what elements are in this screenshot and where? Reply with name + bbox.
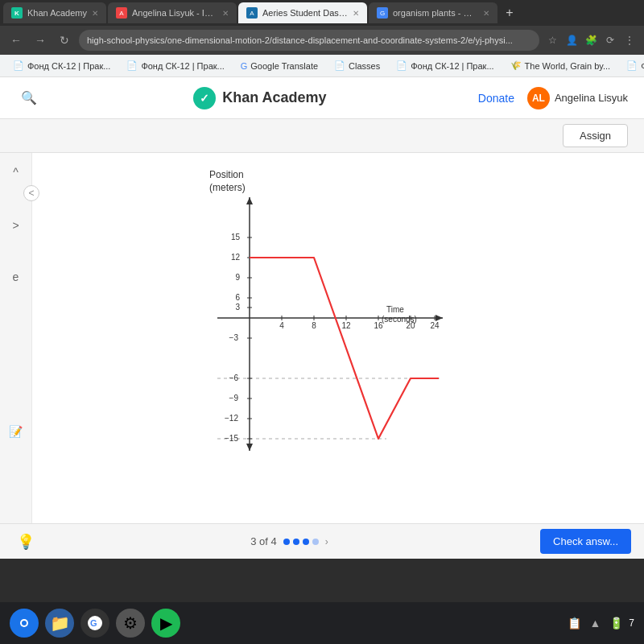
- graph-container: Position (meters): [193, 169, 483, 475]
- back-button[interactable]: ←: [6, 31, 26, 50]
- taskbar-battery-icon: 🔋: [608, 615, 624, 631]
- sidebar-note-icon[interactable]: 📝: [5, 420, 27, 443]
- content-panel: Position (meters): [32, 153, 644, 523]
- tab4-close[interactable]: ✕: [483, 9, 489, 18]
- extension-icon[interactable]: 🧩: [583, 32, 599, 48]
- expand-right-icon[interactable]: >: [5, 214, 27, 237]
- tab2-close[interactable]: ✕: [222, 9, 229, 18]
- lesson-area: ^ > e < 📝 Position (meters): [0, 153, 644, 523]
- tab-bar: K Khan Academy ✕ A Angelina Lisyuk - Imm…: [0, 0, 644, 26]
- progress-text: 3 of 4: [250, 535, 277, 547]
- svg-text:3: 3: [235, 303, 240, 312]
- dot-3: [303, 539, 309, 545]
- chrome-icon-svg: [16, 615, 32, 631]
- tab2-favicon: A: [116, 7, 127, 19]
- bookmark-7[interactable]: 📄 Фонд СК-12 | Прак...: [620, 59, 644, 72]
- svg-point-43: [22, 621, 27, 625]
- new-tab-button[interactable]: +: [499, 2, 520, 23]
- taskbar-chrome-icon[interactable]: [10, 609, 39, 638]
- ka-logo: ✓ Khan Academy: [193, 87, 326, 109]
- svg-text:24: 24: [430, 321, 440, 330]
- tab-1[interactable]: K Khan Academy ✕: [3, 2, 106, 23]
- taskbar-files-icon[interactable]: 📁: [45, 609, 74, 638]
- check-answer-button[interactable]: Check answ...: [540, 529, 631, 554]
- url-bar[interactable]: high-school-physics/one-dimensional-moti…: [79, 30, 539, 51]
- avatar-initials: AL: [532, 93, 545, 104]
- svg-text:−9: −9: [229, 394, 239, 402]
- bookmark4-label: Classes: [349, 61, 380, 71]
- dot-2: [293, 539, 299, 545]
- user-profile[interactable]: AL Angelina Lisyuk: [527, 87, 628, 109]
- graph-title-line2: (meters): [209, 182, 246, 193]
- graph-title-line1: Position: [209, 169, 244, 180]
- hint-icon[interactable]: 💡: [13, 529, 39, 555]
- nav-chevron-right[interactable]: ›: [325, 536, 328, 547]
- page-content: 🔍 ✓ Khan Academy Donate AL Angelina Lisy…: [0, 77, 644, 559]
- bookmark2-label: Фонд СК-12 | Прак...: [141, 61, 224, 71]
- bookmark-star-icon[interactable]: ☆: [544, 32, 560, 48]
- tab3-close[interactable]: ✕: [353, 9, 359, 18]
- tab1-favicon: K: [11, 7, 23, 19]
- sidebar-e-icon[interactable]: e: [5, 266, 27, 288]
- sync-icon[interactable]: ⟳: [602, 32, 618, 48]
- bookmark-5[interactable]: 📄 Фонд СК-12 | Прак...: [390, 59, 500, 72]
- svg-text:8: 8: [312, 321, 316, 330]
- svg-marker-26: [246, 444, 253, 451]
- bookmark-6[interactable]: 🌾 The World, Grain by...: [504, 59, 617, 72]
- taskbar-icons: 📁 G ⚙ ▶: [10, 609, 180, 638]
- tab3-label: Aeries Student Dashbo...: [262, 8, 348, 18]
- graph-svg: 15 12 9 6 3: [209, 193, 459, 467]
- taskbar-play-icon[interactable]: ▶: [151, 609, 180, 638]
- bottom-toolbar: 💡 3 of 4 › Check answ...: [0, 523, 644, 559]
- user-avatar: AL: [527, 87, 550, 109]
- taskbar-google-icon[interactable]: G: [80, 609, 109, 638]
- bookmark-1[interactable]: 📄 Фонд СК-12 | Прак...: [6, 59, 117, 72]
- assign-button[interactable]: Assign: [563, 124, 628, 147]
- tab-3[interactable]: A Aeries Student Dashbo... ✕: [238, 2, 367, 23]
- svg-text:12: 12: [231, 253, 241, 262]
- svg-text:9: 9: [235, 273, 240, 282]
- taskbar: 📁 G ⚙ ▶ 📋 ▲ 🔋 7: [0, 602, 644, 644]
- taskbar-files-right-icon: 📋: [566, 615, 582, 631]
- svg-marker-5: [436, 315, 443, 321]
- bookmark3-label: Google Translate: [250, 61, 318, 71]
- svg-text:−12: −12: [225, 414, 238, 423]
- progress-dots: [283, 539, 319, 545]
- tab-2[interactable]: A Angelina Lisyuk - Immi... ✕: [108, 2, 237, 23]
- menu-icon[interactable]: ⋮: [621, 32, 638, 48]
- graph-title: Position (meters): [209, 169, 246, 194]
- dot-4: [312, 539, 319, 545]
- bookmark1-favicon: 📄: [13, 60, 24, 71]
- search-icon[interactable]: 🔍: [16, 85, 42, 111]
- url-text: high-school-physics/one-dimensional-moti…: [87, 35, 513, 45]
- donate-link[interactable]: Donate: [478, 92, 514, 105]
- account-icon[interactable]: 👤: [564, 32, 580, 48]
- bookmark-classes[interactable]: 📄 Classes: [328, 59, 386, 72]
- taskbar-time: 7: [629, 617, 634, 629]
- bookmark6-favicon: 🌾: [510, 60, 522, 71]
- tab1-close[interactable]: ✕: [92, 9, 98, 18]
- bookmark-2[interactable]: 📄 Фонд СК-12 | Прак...: [120, 59, 230, 72]
- svg-text:4: 4: [279, 321, 284, 330]
- tab-4[interactable]: G organism plants - Goog... ✕: [369, 2, 497, 23]
- svg-text:G: G: [90, 618, 97, 628]
- bookmark-google-translate[interactable]: G Google Translate: [234, 60, 324, 72]
- svg-text:−6: −6: [229, 374, 239, 382]
- reload-button[interactable]: ↻: [55, 31, 74, 50]
- ka-logo-icon: ✓: [193, 87, 216, 109]
- tab3-favicon: A: [246, 7, 258, 19]
- google-icon-svg: G: [87, 615, 103, 631]
- forward-button[interactable]: →: [31, 31, 50, 50]
- dot-1: [283, 539, 290, 545]
- collapse-up-icon[interactable]: ^: [5, 161, 27, 184]
- svg-text:Time: Time: [386, 305, 404, 314]
- bookmark5-label: Фонд СК-12 | Прак...: [411, 61, 493, 71]
- address-icons: ☆ 👤 🧩 ⟳ ⋮: [544, 32, 638, 48]
- bookmark7-label: Фонд СК-12 | Прак...: [641, 61, 644, 71]
- taskbar-settings-icon[interactable]: ⚙: [116, 609, 145, 638]
- ka-nav-links: Donate AL Angelina Lisyuk: [478, 87, 628, 109]
- sidebar-collapse-button[interactable]: <: [23, 185, 39, 201]
- tab2-label: Angelina Lisyuk - Immi...: [132, 8, 217, 18]
- bookmark6-label: The World, Grain by...: [525, 61, 611, 71]
- bookmark4-favicon: 📄: [334, 60, 345, 71]
